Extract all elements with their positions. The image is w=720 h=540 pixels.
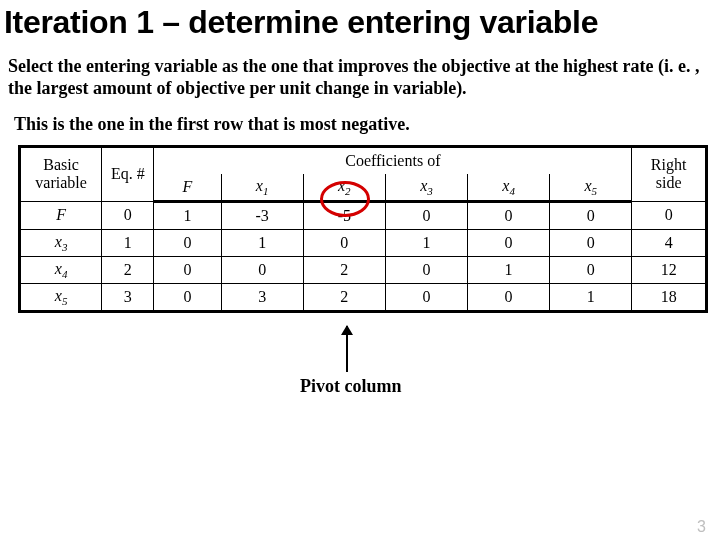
cell-val-highlight: -5: [303, 201, 385, 229]
cell-val: 0: [550, 229, 632, 256]
cell-eq: 0: [102, 201, 154, 229]
col-header-right-side: Right side: [632, 146, 707, 201]
cell-val: 0: [468, 283, 550, 311]
intro-text: Select the entering variable as the one …: [0, 55, 720, 100]
page-title: Iteration 1 – determine entering variabl…: [0, 4, 720, 41]
cell-val: 0: [154, 229, 221, 256]
col-header-coefficients: Coefficients of: [154, 146, 632, 174]
col-header-eq-number: Eq. #: [102, 146, 154, 201]
page-number: 3: [697, 518, 706, 536]
cell-val: 0: [154, 283, 221, 311]
cell-val: 2: [303, 283, 385, 311]
table-row: x3 1 0 1 0 1 0 0 4: [20, 229, 707, 256]
cell-val: 1: [385, 229, 467, 256]
cell-val: 0: [468, 229, 550, 256]
coef-header-x4: x4: [468, 174, 550, 202]
cell-eq: 3: [102, 283, 154, 311]
cell-bv: x4: [20, 256, 102, 283]
cell-rhs: 0: [632, 201, 707, 229]
cell-val: 0: [550, 256, 632, 283]
cell-val: 0: [550, 201, 632, 229]
cell-val: 0: [221, 256, 303, 283]
coef-header-F: F: [154, 174, 221, 202]
cell-val: 1: [550, 283, 632, 311]
arrow-up-icon: [346, 326, 348, 372]
cell-rhs: 12: [632, 256, 707, 283]
cell-val: 1: [468, 256, 550, 283]
cell-val: 0: [385, 256, 467, 283]
cell-eq: 2: [102, 256, 154, 283]
cell-val: 0: [468, 201, 550, 229]
cell-val: 0: [385, 201, 467, 229]
coef-header-x1: x1: [221, 174, 303, 202]
cell-val: 0: [154, 256, 221, 283]
table-row: x4 2 0 0 2 0 1 0 12: [20, 256, 707, 283]
cell-val: 1: [221, 229, 303, 256]
cell-rhs: 18: [632, 283, 707, 311]
cell-bv: x3: [20, 229, 102, 256]
cell-val: -3: [221, 201, 303, 229]
cell-eq: 1: [102, 229, 154, 256]
coef-header-x2: x2: [303, 174, 385, 202]
table-row: F 0 1 -3 -5 0 0 0 0: [20, 201, 707, 229]
cell-val: 3: [221, 283, 303, 311]
simplex-table: Basic variable Eq. # Coefficients of Rig…: [18, 145, 708, 313]
simplex-tableau: Basic variable Eq. # Coefficients of Rig…: [18, 145, 708, 313]
subnote-text: This is the one in the first row that is…: [0, 114, 720, 135]
coef-header-x5: x5: [550, 174, 632, 202]
cell-val: 0: [385, 283, 467, 311]
col-header-basic-variable: Basic variable: [20, 146, 102, 201]
table-row: x5 3 0 3 2 0 0 1 18: [20, 283, 707, 311]
cell-val: 1: [154, 201, 221, 229]
cell-val: 0: [303, 229, 385, 256]
coef-header-x3: x3: [385, 174, 467, 202]
cell-val: 2: [303, 256, 385, 283]
cell-rhs: 4: [632, 229, 707, 256]
pivot-column-label: Pivot column: [300, 376, 402, 397]
cell-bv: F: [20, 201, 102, 229]
cell-bv: x5: [20, 283, 102, 311]
